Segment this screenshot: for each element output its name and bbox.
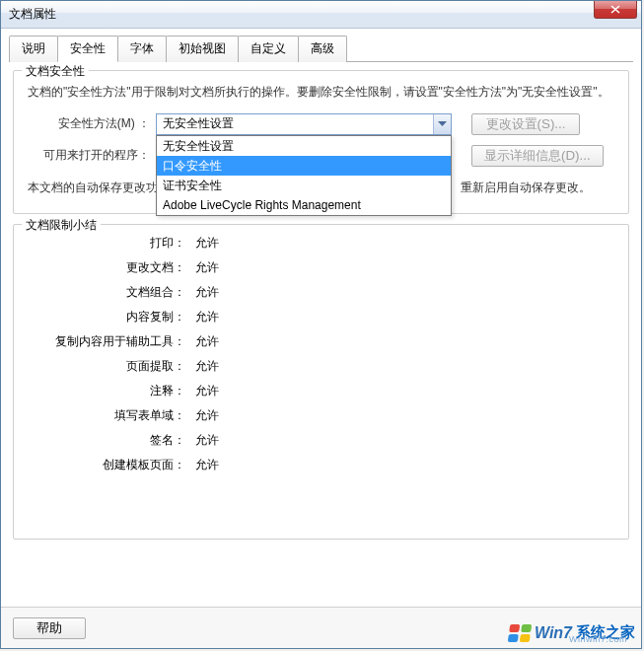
value-template: 允许 xyxy=(195,457,219,473)
value-comment: 允许 xyxy=(195,383,219,399)
label-security-method: 安全性方法(M) ： xyxy=(28,115,156,132)
restrict-row-doc-assembly: 文档组合： 允许 xyxy=(28,284,614,301)
value-sign: 允许 xyxy=(195,432,219,449)
value-page-extract: 允许 xyxy=(195,358,219,375)
combo-option-none[interactable]: 无安全性设置 xyxy=(157,136,451,156)
value-doc-assembly: 允许 xyxy=(195,284,219,301)
value-print: 允许 xyxy=(195,235,219,252)
restrict-row-page-extract: 页面提取： 允许 xyxy=(28,358,614,375)
label-template: 创建模板页面： xyxy=(28,457,195,473)
tab-advanced[interactable]: 高级 xyxy=(298,36,347,62)
titlebar: 文档属性 xyxy=(1,1,641,29)
combo-value: 无安全性设置 xyxy=(163,115,234,132)
label-copy: 内容复制： xyxy=(28,309,195,326)
label-doc-assembly: 文档组合： xyxy=(28,284,195,301)
fieldset-security: 文档安全性 文档的"安全性方法"用于限制对文档所执行的操作。要删除安全性限制，请… xyxy=(13,70,629,214)
combo-field[interactable]: 无安全性设置 xyxy=(156,113,452,135)
label-sign: 签名： xyxy=(28,432,195,449)
label-open-with: 可用来打开的程序： xyxy=(28,147,156,164)
label-page-extract: 页面提取： xyxy=(28,358,195,375)
change-settings-button[interactable]: 更改设置(S)... xyxy=(471,113,580,135)
label-copy-access: 复制内容用于辅助工具： xyxy=(28,333,195,350)
close-button[interactable] xyxy=(594,1,637,19)
restrict-row-change-doc: 更改文档： 允许 xyxy=(28,259,614,276)
label-print: 打印： xyxy=(28,235,195,252)
restrict-row-copy-access: 复制内容用于辅助工具： 允许 xyxy=(28,333,614,350)
restrict-row-copy: 内容复制： 允许 xyxy=(28,309,614,326)
window-title: 文档属性 xyxy=(9,6,56,23)
value-form-fill: 允许 xyxy=(195,407,219,424)
value-copy-access: 允许 xyxy=(195,333,219,350)
fieldset-security-title: 文档安全性 xyxy=(22,63,89,80)
tab-description[interactable]: 说明 xyxy=(9,36,58,62)
combo-dropdown-list: 无安全性设置 口令安全性 证书安全性 Adobe LiveCycle Right… xyxy=(156,135,452,216)
value-copy: 允许 xyxy=(195,309,219,326)
label-comment: 注释： xyxy=(28,383,195,399)
restrict-row-form-fill: 填写表单域： 允许 xyxy=(28,407,614,424)
row-security-method: 安全性方法(M) ： 无安全性设置 无安全性设置 口令安全性 证书安全性 xyxy=(28,113,614,135)
label-form-fill: 填写表单域： xyxy=(28,407,195,424)
fieldset-restrictions-title: 文档限制小结 xyxy=(22,217,101,234)
fieldset-restrictions: 文档限制小结 打印： 允许 更改文档： 允许 文档组合： 允许 内容复制： 允许 xyxy=(13,224,629,540)
restrict-row-print: 打印： 允许 xyxy=(28,235,614,252)
tab-security[interactable]: 安全性 xyxy=(57,36,118,62)
label-change-doc: 更改文档： xyxy=(28,259,195,276)
security-description: 文档的"安全性方法"用于限制对文档所执行的操作。要删除安全性限制，请设置"安全性… xyxy=(28,81,614,104)
tab-bar: 说明 安全性 字体 初始视图 自定义 高级 xyxy=(9,35,633,62)
show-details-button[interactable]: 显示详细信息(D)... xyxy=(471,145,604,167)
tab-custom[interactable]: 自定义 xyxy=(238,36,299,62)
value-change-doc: 允许 xyxy=(195,259,219,276)
restrict-row-sign: 签名： 允许 xyxy=(28,432,614,449)
combo-option-livecycle[interactable]: Adobe LiveCycle Rights Management xyxy=(157,195,451,215)
tab-fonts[interactable]: 字体 xyxy=(117,36,167,62)
combo-option-certificate[interactable]: 证书安全性 xyxy=(157,176,451,195)
chevron-down-icon[interactable] xyxy=(433,114,451,134)
help-button[interactable]: 帮助 xyxy=(13,617,86,639)
restrict-row-comment: 注释： 允许 xyxy=(28,383,614,399)
combo-option-password[interactable]: 口令安全性 xyxy=(157,156,451,176)
tab-panel-security: 文档安全性 文档的"安全性方法"用于限制对文档所执行的操作。要删除安全性限制，请… xyxy=(9,64,633,540)
combo-security-method[interactable]: 无安全性设置 无安全性设置 口令安全性 证书安全性 Adobe LiveCycl… xyxy=(156,113,452,135)
close-icon xyxy=(610,5,620,14)
client-area: 说明 安全性 字体 初始视图 自定义 高级 文档安全性 文档的"安全性方法"用于… xyxy=(1,29,641,557)
bottom-bar: 帮助 xyxy=(1,607,641,648)
restrict-row-template: 创建模板页面： 允许 xyxy=(28,457,614,473)
dialog-window: 文档属性 说明 安全性 字体 初始视图 自定义 高级 文档安全性 文档的"安全性… xyxy=(0,0,642,649)
tab-initial-view[interactable]: 初始视图 xyxy=(166,36,239,62)
